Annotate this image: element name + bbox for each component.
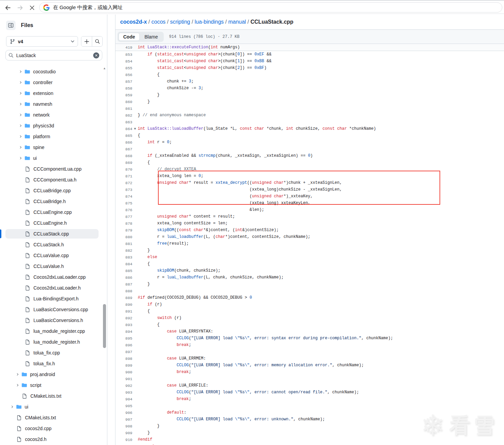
sidebar-scrollbar[interactable]: ▲ xyxy=(102,66,107,445)
breadcrumb-link[interactable]: cocos2d-x xyxy=(120,19,147,25)
line-number[interactable]: 860 xyxy=(115,100,132,104)
line-number[interactable]: 867 xyxy=(115,147,132,151)
line-number[interactable]: 895 xyxy=(115,336,132,341)
tree-folder-network[interactable]: network xyxy=(0,109,103,120)
line-number[interactable]: 853 xyxy=(115,52,132,57)
tree-folder-navmesh[interactable]: navmesh xyxy=(0,99,103,109)
line-number[interactable]: 871 xyxy=(115,174,132,178)
line-number[interactable]: 880 xyxy=(115,235,132,239)
line-number[interactable]: 883 xyxy=(115,255,132,259)
breadcrumb-link[interactable]: manual xyxy=(228,19,246,25)
line-number[interactable]: 861 xyxy=(115,106,132,111)
tree-file-CCLuaEngine.h[interactable]: CCLuaEngine.h xyxy=(0,218,103,228)
line-number[interactable]: 898 xyxy=(115,356,132,361)
tree-file-CCComponentLua.h[interactable]: CCComponentLua.h xyxy=(0,174,103,185)
line-number[interactable]: 907 xyxy=(115,417,132,422)
tree-file-CCLuaBridge.h[interactable]: CCLuaBridge.h xyxy=(0,196,103,207)
chevron-right-icon[interactable] xyxy=(19,156,22,160)
line-number[interactable]: 904 xyxy=(115,397,132,401)
line-number[interactable]: 854 xyxy=(115,59,132,64)
tree-file-CMakeLists.txt[interactable]: CMakeLists.txt xyxy=(0,391,103,401)
line-number[interactable]: 906 xyxy=(115,411,132,415)
tree-folder-controller[interactable]: controller xyxy=(0,77,103,88)
tree-folder-platform[interactable]: platform xyxy=(0,131,103,142)
close-icon[interactable] xyxy=(28,3,36,12)
tab-code[interactable]: Code xyxy=(118,33,140,41)
tree-file-cocos2d.cpp[interactable]: cocos2d.cpp xyxy=(0,423,103,434)
line-number[interactable]: 872 xyxy=(115,181,132,185)
line-number[interactable]: 873 xyxy=(115,188,132,192)
tree-file-Lua-BindingsExport.h[interactable]: Lua-BindingsExport.h xyxy=(0,293,103,304)
line-number[interactable]: 882 xyxy=(115,248,132,253)
line-number[interactable]: 893 xyxy=(115,323,132,327)
tree-file-lua_module_register.cpp[interactable]: lua_module_register.cpp xyxy=(0,326,103,337)
tree-folder-ui[interactable]: ui xyxy=(0,153,103,164)
forward-icon[interactable] xyxy=(16,3,25,12)
line-number[interactable]: 905 xyxy=(115,404,132,408)
line-number[interactable]: 857 xyxy=(115,79,132,84)
line-number[interactable]: 865 xyxy=(115,133,132,138)
tree-folder-proj.android[interactable]: proj.android xyxy=(0,369,103,380)
chevron-right-icon[interactable] xyxy=(16,384,19,387)
tree-search-box[interactable]: ✕ xyxy=(5,50,102,60)
tree-file-LuaBasicConversions.h[interactable]: LuaBasicConversions.h xyxy=(0,315,103,326)
tree-folder-spine[interactable]: spine xyxy=(0,142,103,153)
line-number[interactable]: 884 xyxy=(115,262,132,266)
address-bar[interactable]: 在 Google 中搜索，或输入网址 xyxy=(39,2,502,13)
tree-folder-script[interactable]: script xyxy=(0,380,103,391)
tree-file-Cocos2dxLuaLoader.h[interactable]: Cocos2dxLuaLoader.h xyxy=(0,282,103,293)
breadcrumb-link[interactable]: cocos xyxy=(151,19,165,25)
collapse-sidebar-button[interactable] xyxy=(6,21,16,30)
tree-file-cocos2d.h[interactable]: cocos2d.h xyxy=(0,434,103,445)
tree-folder-extension[interactable]: extension xyxy=(0,88,103,99)
tree-file-CCLuaStack.cpp[interactable]: CCLuaStack.cpp xyxy=(0,228,103,239)
branch-selector[interactable]: v4 xyxy=(6,36,78,47)
line-number[interactable]: 876 xyxy=(115,208,132,212)
chevron-right-icon[interactable] xyxy=(10,405,14,409)
collapse-chevron-icon[interactable]: ▼ xyxy=(132,125,138,132)
line-number[interactable]: 909 xyxy=(115,431,132,435)
chevron-right-icon[interactable] xyxy=(19,92,22,95)
chevron-right-icon[interactable] xyxy=(19,81,22,84)
chevron-right-icon[interactable] xyxy=(19,113,22,117)
line-number[interactable]: 885 xyxy=(115,269,132,273)
tree-file-CMakeLists.txt[interactable]: CMakeLists.txt xyxy=(0,412,103,423)
line-number[interactable]: 869 xyxy=(115,160,132,165)
tree-file-CCComponentLua.cpp[interactable]: CCComponentLua.cpp xyxy=(0,164,103,174)
tree-folder-ui[interactable]: ui xyxy=(0,401,103,412)
tree-file-tolua_fix.cpp[interactable]: tolua_fix.cpp xyxy=(0,347,103,358)
line-number[interactable]: 900 xyxy=(115,370,132,374)
back-icon[interactable] xyxy=(3,3,12,12)
line-number[interactable]: 889 xyxy=(115,296,132,300)
line-number[interactable]: 892 xyxy=(115,316,132,320)
line-number[interactable]: 901 xyxy=(115,377,132,381)
tree-file-tolua_fix.h[interactable]: tolua_fix.h xyxy=(0,358,103,369)
breadcrumb-link[interactable]: scripting xyxy=(170,19,190,25)
chevron-right-icon[interactable] xyxy=(19,70,22,73)
line-number[interactable]: 419 xyxy=(115,45,132,50)
line-number[interactable]: 908 xyxy=(115,424,132,428)
line-number[interactable]: 894 xyxy=(115,329,132,334)
line-number[interactable]: 899 xyxy=(115,363,132,368)
tree-file-CCLuaValue.h[interactable]: CCLuaValue.h xyxy=(0,261,103,272)
line-number[interactable]: 863 xyxy=(115,120,132,124)
line-number[interactable]: 887 xyxy=(115,282,132,287)
chevron-right-icon[interactable] xyxy=(19,135,22,138)
tree-file-Cocos2dxLuaLoader.cpp[interactable]: Cocos2dxLuaLoader.cpp xyxy=(0,272,103,282)
line-number[interactable]: 868 xyxy=(115,154,132,158)
scrollbar-up-arrow[interactable]: ▲ xyxy=(102,66,107,71)
line-number[interactable]: 856 xyxy=(115,73,132,77)
tab-blame[interactable]: Blame xyxy=(140,33,163,41)
line-number[interactable]: 879 xyxy=(115,228,132,232)
tree-folder-cocostudio[interactable]: cocostudio xyxy=(0,66,103,77)
line-number[interactable]: 859 xyxy=(115,93,132,97)
line-number[interactable]: 886 xyxy=(115,275,132,280)
tree-file-LuaBasicConversions.cpp[interactable]: LuaBasicConversions.cpp xyxy=(0,304,103,315)
line-number[interactable]: 910 xyxy=(115,438,132,442)
line-number[interactable]: 896 xyxy=(115,343,132,347)
line-number[interactable]: 877 xyxy=(115,215,132,219)
tree-file-CCLuaEngine.cpp[interactable]: CCLuaEngine.cpp xyxy=(0,207,103,218)
line-number[interactable]: 874 xyxy=(115,194,132,199)
tree-file-lua_module_register.h[interactable]: lua_module_register.h xyxy=(0,337,103,347)
clear-search-icon[interactable]: ✕ xyxy=(93,52,99,58)
